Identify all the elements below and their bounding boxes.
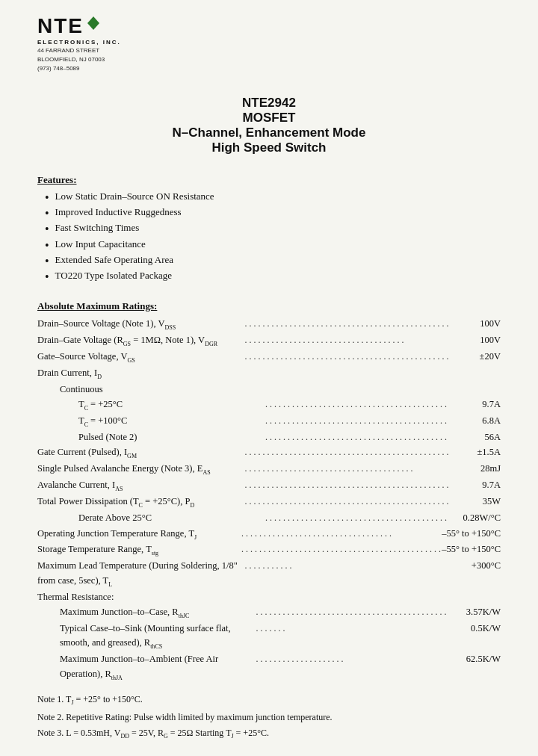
bullet-icon: • [45, 254, 49, 268]
logo-diamond-icon [87, 15, 100, 31]
table-row: Pulsed (Note 2) . . . . . . . . . . . . … [37, 430, 501, 445]
list-item: •Improved Inductive Ruggedness [45, 206, 501, 220]
title-section: NTE2942 MOSFET N–Channel, Enhancement Mo… [37, 96, 501, 155]
svg-marker-0 [87, 16, 99, 30]
bullet-icon: • [45, 238, 49, 252]
table-row: Single Pulsed Avalanche Energy (Note 3),… [37, 462, 501, 477]
part-number: NTE2942 [37, 96, 501, 111]
table-row: Gate–Source Voltage, VGS . . . . . . . .… [37, 350, 501, 365]
table-row: Maximum Junction–to–Ambient (Free Air Op… [37, 652, 501, 682]
header: NTE ELECTRONICS, INC. 44 FARRAND STREET … [37, 15, 501, 73]
bullet-icon: • [45, 222, 49, 236]
part-mode: High Speed Switch [37, 140, 501, 155]
note-2: Note 2. Repetitive Rating: Pulse width l… [37, 710, 501, 724]
list-item: •Extended Safe Operating Area [45, 254, 501, 268]
notes-section: Note 1. TJ = +25° to +150°C. Note 2. Rep… [37, 693, 501, 741]
table-row: Derate Above 25°C . . . . . . . . . . . … [37, 511, 501, 526]
list-item: •Fast Switching Times [45, 222, 501, 236]
list-item: •TO220 Type Isolated Package [45, 270, 501, 284]
part-description: N–Channel, Enhancement Mode [37, 126, 501, 140]
table-row: Drain–Source Voltage (Note 1), VDSS . . … [37, 317, 501, 332]
table-row: Storage Temperature Range, Tstg . . . . … [37, 542, 501, 558]
nte-logo-text: NTE [37, 16, 84, 37]
table-row: Drain–Gate Voltage (RGS = 1MΩ, Note 1), … [37, 333, 501, 349]
table-row: TC = +100°C . . . . . . . . . . . . . . … [37, 414, 501, 430]
table-row: Gate Current (Pulsed), IGM . . . . . . .… [37, 445, 501, 461]
table-row: Drain Current, ID [37, 366, 501, 382]
features-list: •Low Static Drain–Source ON Resistance •… [37, 190, 501, 284]
table-row: Avalanche Current, IAS . . . . . . . . .… [37, 478, 501, 494]
table-row: TC = +25°C . . . . . . . . . . . . . . .… [37, 397, 501, 413]
note-3: Note 3. L = 0.53mH, VDD = 25V, RG = 25Ω … [37, 726, 501, 741]
table-row: Thermal Resistance: [37, 590, 501, 604]
bullet-icon: • [45, 206, 49, 220]
table-row: Operating Junction Temperature Range, TJ… [37, 527, 501, 542]
logo-graphic: NTE [37, 15, 100, 37]
table-row: Total Power Dissipation (TC = +25°C), PD… [37, 495, 501, 510]
ratings-section: Absolute Maximum Ratings: Drain–Source V… [37, 300, 501, 682]
logo-subtitle: ELECTRONICS, INC. [37, 39, 121, 46]
ratings-heading: Absolute Maximum Ratings: [37, 300, 501, 312]
note-1: Note 1. TJ = +25° to +150°C. [37, 693, 501, 707]
features-section: Features: •Low Static Drain–Source ON Re… [37, 174, 501, 284]
list-item: •Low Input Capacitance [45, 238, 501, 252]
logo: NTE ELECTRONICS, INC. 44 FARRAND STREET … [37, 15, 121, 73]
logo-address: 44 FARRAND STREET BLOOMFIELD, NJ 07003 (… [37, 46, 105, 73]
table-row: Maximum Lead Temperature (During Solderi… [37, 559, 501, 589]
features-heading: Features: [37, 174, 501, 186]
table-row: Continuous [37, 382, 501, 397]
bullet-icon: • [45, 270, 49, 284]
list-item: •Low Static Drain–Source ON Resistance [45, 190, 501, 205]
bullet-icon: • [45, 190, 49, 205]
table-row: Typical Case–to–Sink (Mounting surface f… [37, 622, 501, 651]
table-row: Maximum Junction–to–Case, RthJC . . . . … [37, 605, 501, 621]
part-type: MOSFET [37, 111, 501, 126]
